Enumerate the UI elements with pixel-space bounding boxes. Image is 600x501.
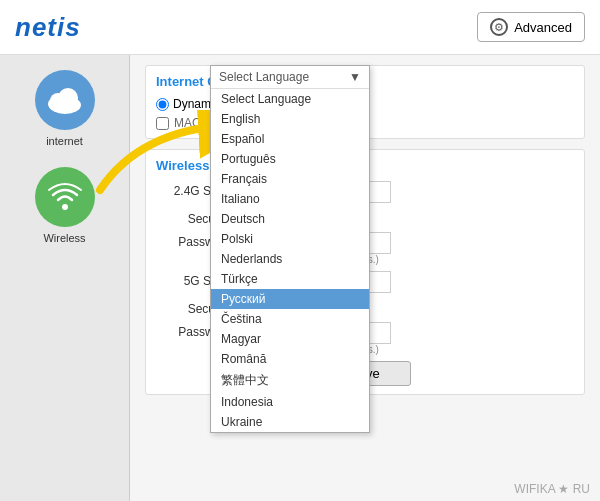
dropdown-item[interactable]: Português <box>211 149 369 169</box>
header-controls: ⚙ Advanced <box>477 12 585 42</box>
dropdown-item[interactable]: Select Language <box>211 89 369 109</box>
wireless-sidebar-label: Wireless <box>43 232 85 244</box>
svg-point-3 <box>48 98 60 110</box>
sidebar-item-internet[interactable]: internet <box>35 70 95 147</box>
dropdown-item[interactable]: Italiano <box>211 189 369 209</box>
logo: netis <box>15 12 81 43</box>
gear-icon: ⚙ <box>490 18 508 36</box>
watermark: WIFIKA ★ RU <box>514 482 590 496</box>
dropdown-item[interactable]: Română <box>211 349 369 369</box>
header: netis ⚙ Advanced <box>0 0 600 55</box>
cloud-icon <box>44 85 86 115</box>
dropdown-items-container: Select LanguageEnglishEspañolPortuguêsFr… <box>211 89 369 432</box>
dropdown-item[interactable]: Ukraine <box>211 412 369 432</box>
dropdown-header: Select Language ▼ <box>211 66 369 89</box>
language-dropdown[interactable]: Select Language ▼ Select LanguageEnglish… <box>210 65 370 433</box>
wifi-icon <box>45 182 85 212</box>
dropdown-item[interactable]: Deutsch <box>211 209 369 229</box>
internet-sidebar-label: internet <box>46 135 83 147</box>
dropdown-item[interactable]: Magyar <box>211 329 369 349</box>
dropdown-item[interactable]: Polski <box>211 229 369 249</box>
dropdown-arrow-icon: ▼ <box>349 70 361 84</box>
dropdown-header-label: Select Language <box>219 70 309 84</box>
advanced-label: Advanced <box>514 20 572 35</box>
dropdown-item[interactable]: Čeština <box>211 309 369 329</box>
svg-point-4 <box>62 204 68 210</box>
svg-point-2 <box>58 88 78 108</box>
advanced-button[interactable]: ⚙ Advanced <box>477 12 585 42</box>
mac-clone-checkbox[interactable] <box>156 117 169 130</box>
dropdown-item[interactable]: Türkçe <box>211 269 369 289</box>
dropdown-item[interactable]: Français <box>211 169 369 189</box>
main-content: internet Wireless Internet Connection <box>0 55 600 501</box>
dropdown-item[interactable]: Русский <box>211 289 369 309</box>
internet-icon-circle <box>35 70 95 130</box>
logo-text: netis <box>15 12 81 42</box>
dropdown-item[interactable]: Indonesia <box>211 392 369 412</box>
wireless-icon-circle <box>35 167 95 227</box>
dynamic-ip-input[interactable] <box>156 98 169 111</box>
sidebar-item-wireless[interactable]: Wireless <box>35 167 95 244</box>
dropdown-item[interactable]: 繁體中文 <box>211 369 369 392</box>
sidebar: internet Wireless <box>0 55 130 501</box>
dropdown-item[interactable]: English <box>211 109 369 129</box>
dropdown-item[interactable]: Nederlands <box>211 249 369 269</box>
dropdown-item[interactable]: Español <box>211 129 369 149</box>
